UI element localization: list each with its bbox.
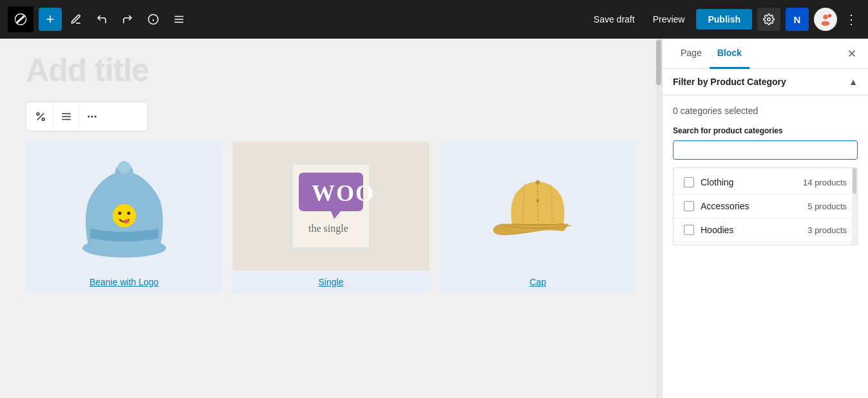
category-list-container: Clothing 14 products Accessories 5 produ… <box>673 167 858 245</box>
category-list: Clothing 14 products Accessories 5 produ… <box>674 168 857 245</box>
sidebar: Page Block Filter by Product Category ▲ … <box>662 39 868 398</box>
sidebar-tabs: Page Block <box>663 39 868 69</box>
align-icon-button[interactable] <box>53 104 79 129</box>
category-item-clothing[interactable]: Clothing 14 products <box>674 171 857 194</box>
toolbar-right: Save draft Preview Publish N ⋮ <box>587 8 860 31</box>
product-card-beanie[interactable]: Beanie with Logo <box>26 142 222 294</box>
undo-button[interactable] <box>90 8 113 31</box>
svg-point-18 <box>95 116 97 118</box>
tab-block[interactable]: Block <box>710 39 750 69</box>
edit-icon-button[interactable] <box>64 8 88 31</box>
add-title-placeholder: Add title <box>26 52 636 89</box>
search-categories-input[interactable] <box>673 140 858 160</box>
settings-button[interactable] <box>757 8 780 31</box>
product-card-single[interactable]: WOO the single Single <box>232 142 429 294</box>
info-button[interactable] <box>142 8 165 31</box>
svg-text:WOO: WOO <box>312 180 375 206</box>
category-checkbox-hoodies[interactable] <box>684 225 694 235</box>
product-title-single[interactable]: Single <box>232 270 429 294</box>
percent-icon-button[interactable] <box>28 104 53 129</box>
close-sidebar-button[interactable] <box>846 39 858 68</box>
svg-text:the single: the single <box>308 223 348 234</box>
add-block-button[interactable]: + <box>39 8 62 31</box>
svg-point-30 <box>536 180 540 184</box>
product-image-single: WOO the single <box>232 142 429 270</box>
category-count-clothing: 14 products <box>803 178 847 187</box>
svg-point-17 <box>91 116 93 118</box>
filter-section-header[interactable]: Filter by Product Category ▲ <box>663 69 868 95</box>
more-options-button[interactable]: ⋮ <box>842 9 860 30</box>
svg-point-16 <box>88 116 90 118</box>
svg-point-9 <box>828 14 832 18</box>
search-categories-label: Search for product categories <box>663 126 868 140</box>
product-image-beanie <box>26 142 222 270</box>
products-grid: Beanie with Logo WOO the single <box>26 142 636 294</box>
block-toolbar <box>26 102 148 131</box>
editor-scrollbar[interactable] <box>656 39 662 398</box>
redo-button[interactable] <box>116 8 139 31</box>
category-name-clothing: Clothing <box>701 177 797 187</box>
publish-button[interactable]: Publish <box>696 9 752 30</box>
filter-chevron-icon: ▲ <box>849 77 858 87</box>
svg-point-8 <box>822 21 830 26</box>
tab-page[interactable]: Page <box>673 39 710 69</box>
more-block-options-button[interactable] <box>79 104 105 129</box>
svg-point-31 <box>536 200 540 203</box>
editor-area[interactable]: Add title <box>0 39 662 398</box>
product-title-cap[interactable]: Cap <box>440 270 636 294</box>
category-checkbox-clothing[interactable] <box>684 177 694 187</box>
product-card-cap[interactable]: Cap <box>440 142 636 294</box>
filter-section-label: Filter by Product Category <box>673 77 786 87</box>
svg-point-23 <box>118 212 121 215</box>
list-view-button[interactable] <box>167 8 191 31</box>
toolbar: + Save draft Preview Publish <box>0 0 868 39</box>
svg-point-6 <box>768 18 771 21</box>
wp-logo[interactable] <box>8 6 33 32</box>
n-icon-button[interactable]: N <box>786 8 809 31</box>
svg-point-12 <box>42 118 44 120</box>
save-draft-button[interactable]: Save draft <box>587 10 641 28</box>
category-item-accessories[interactable]: Accessories 5 products <box>674 194 857 218</box>
category-name-hoodies: Hoodies <box>701 225 801 235</box>
svg-line-10 <box>37 113 44 120</box>
product-image-cap <box>440 142 636 270</box>
category-count-accessories: 5 products <box>807 202 847 211</box>
list-scrollbar-thumb[interactable] <box>853 168 856 194</box>
category-name-accessories: Accessories <box>701 201 801 211</box>
product-title-beanie[interactable]: Beanie with Logo <box>26 270 222 294</box>
svg-point-11 <box>37 113 39 115</box>
category-item-hoodies[interactable]: Hoodies 3 products <box>674 218 857 242</box>
list-scrollbar[interactable] <box>852 168 857 245</box>
categories-selected-text: 0 categories selected <box>663 95 868 126</box>
category-checkbox-accessories[interactable] <box>684 201 694 211</box>
category-count-hoodies: 3 products <box>807 225 847 235</box>
svg-point-22 <box>113 204 136 227</box>
svg-point-7 <box>823 15 827 19</box>
main-area: Add title <box>0 39 868 398</box>
preview-button[interactable]: Preview <box>646 10 692 28</box>
avatar[interactable] <box>814 8 837 31</box>
svg-point-24 <box>127 212 130 215</box>
svg-point-21 <box>118 161 131 174</box>
scrollbar-thumb[interactable] <box>656 40 661 85</box>
